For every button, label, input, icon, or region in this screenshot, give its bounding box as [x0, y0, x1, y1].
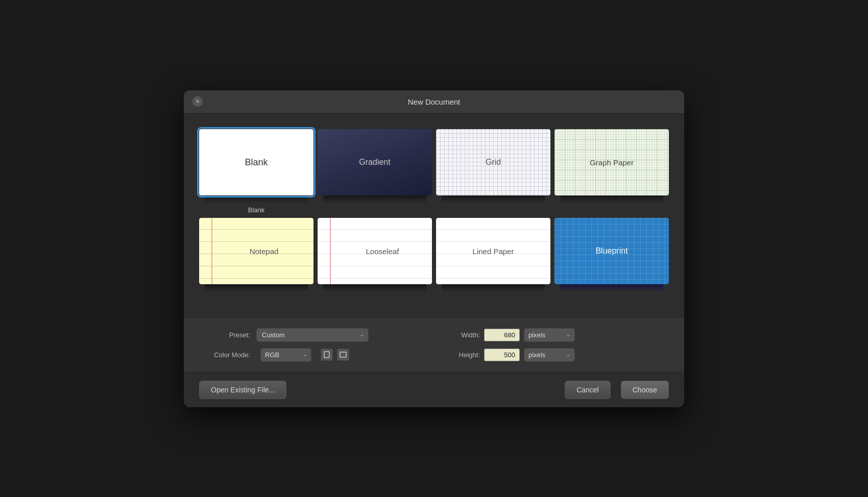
button-bar: Open Existing File... Cancel Choose	[184, 372, 684, 407]
grid-shadow	[442, 195, 545, 203]
colormode-select-wrapper: RGB CMYK Grayscale	[260, 348, 311, 362]
height-row: Height: pixels inches cm mm	[449, 348, 669, 362]
width-input[interactable]	[484, 329, 520, 341]
template-blank[interactable]: Blank Blank	[199, 129, 314, 214]
template-graph-paper-thumb: Graph Paper	[554, 129, 669, 195]
notepad-label-inner: Notepad	[214, 246, 314, 255]
height-input[interactable]	[484, 349, 520, 361]
height-units-wrapper: pixels inches cm mm	[524, 348, 575, 362]
template-graph-paper[interactable]: Graph Paper	[554, 129, 669, 214]
landscape-icon	[340, 352, 347, 358]
notepad-shadow	[205, 284, 308, 292]
landscape-icon-btn[interactable]	[337, 349, 349, 361]
colormode-label: Color Mode:	[199, 351, 250, 359]
width-units-wrapper: pixels inches cm mm	[524, 328, 575, 342]
cancel-button[interactable]: Cancel	[565, 381, 611, 399]
looseleaf-label-inner: Looseleaf	[333, 246, 432, 255]
width-row: Width: pixels inches cm mm	[449, 328, 669, 342]
templates-grid: Blank Blank Gradient Grid	[199, 129, 669, 292]
grid-label-inner: Grid	[436, 158, 550, 167]
colormode-select[interactable]: RGB CMYK Grayscale	[260, 348, 311, 362]
colormode-row: Color Mode: RGB CMYK Grayscale	[199, 348, 419, 362]
template-lined-paper-thumb: Lined Paper	[436, 218, 550, 284]
height-label: Height:	[449, 351, 480, 359]
blank-shadow	[205, 195, 308, 203]
template-looseleaf[interactable]: Looseleaf	[318, 218, 432, 292]
form-right-section: Width: pixels inches cm mm Height:	[449, 328, 669, 362]
blank-label-inner: Blank	[199, 157, 314, 167]
template-gradient-thumb: Gradient	[318, 129, 432, 195]
close-button[interactable]: ×	[192, 96, 203, 107]
lined-paper-shadow	[442, 284, 545, 292]
preset-select[interactable]: Custom Default Letter A4	[256, 328, 369, 342]
blueprint-label-inner: Blueprint	[554, 246, 669, 256]
template-grid-thumb: Grid	[436, 129, 550, 195]
preset-select-wrapper: Custom Default Letter A4	[256, 328, 369, 342]
portrait-icon	[324, 351, 330, 358]
open-existing-button[interactable]: Open Existing File...	[199, 381, 286, 399]
title-bar: × New Document	[184, 90, 684, 114]
portrait-icon-btn[interactable]	[321, 349, 333, 361]
gradient-label-inner: Gradient	[318, 158, 432, 167]
width-label: Width:	[449, 331, 480, 339]
dialog-action-buttons: Cancel Choose	[565, 381, 669, 399]
templates-section: Blank Blank Gradient Grid	[184, 114, 684, 317]
form-left: Preset: Custom Default Letter A4 Color M…	[199, 328, 419, 362]
template-gradient[interactable]: Gradient	[318, 129, 432, 214]
lined-paper-label-inner: Lined Paper	[436, 246, 550, 255]
graph-paper-label-inner: Graph Paper	[554, 158, 669, 166]
form-section: Preset: Custom Default Letter A4 Color M…	[199, 328, 669, 362]
looseleaf-shadow	[323, 284, 426, 292]
template-blueprint[interactable]: Blueprint	[554, 218, 669, 292]
new-document-dialog: × New Document Blank Blank Gradient	[184, 90, 684, 407]
template-blueprint-thumb: Blueprint	[554, 218, 669, 284]
template-looseleaf-thumb: Looseleaf	[318, 218, 432, 284]
gradient-shadow	[323, 195, 426, 203]
dialog-title: New Document	[194, 97, 674, 106]
preset-row: Preset: Custom Default Letter A4	[199, 328, 419, 342]
width-units-select[interactable]: pixels inches cm mm	[524, 328, 575, 342]
template-notepad-thumb: Notepad	[199, 218, 314, 284]
template-blank-label: Blank	[248, 206, 265, 214]
svg-rect-0	[324, 352, 329, 358]
template-lined-paper[interactable]: Lined Paper	[436, 218, 550, 292]
template-notepad[interactable]: Notepad	[199, 218, 314, 292]
form-area: Preset: Custom Default Letter A4 Color M…	[184, 317, 684, 372]
svg-rect-1	[340, 352, 346, 357]
graph-paper-shadow	[560, 195, 663, 203]
preset-label: Preset:	[199, 331, 250, 339]
template-grid[interactable]: Grid	[436, 129, 550, 214]
choose-button[interactable]: Choose	[621, 381, 669, 399]
height-units-select[interactable]: pixels inches cm mm	[524, 348, 575, 362]
template-blank-thumb: Blank	[199, 129, 314, 195]
blueprint-shadow	[560, 284, 663, 292]
